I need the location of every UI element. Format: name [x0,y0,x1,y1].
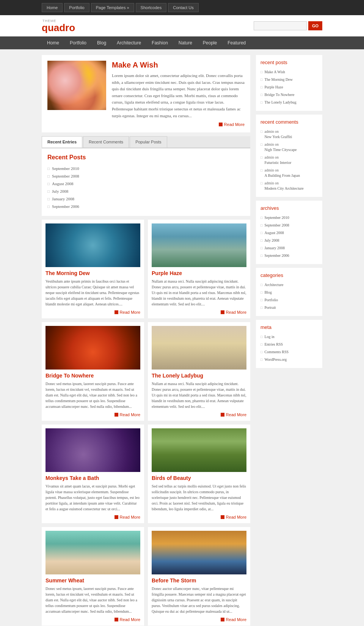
read-more-label: Read More [226,412,246,417]
comment-post-link[interactable]: Futuristic Interior [264,160,291,165]
list-item: The Morning Dew [260,76,318,83]
recent-post-link[interactable]: Make A Wish [264,69,285,75]
recent-post-link[interactable]: Purple Haze [264,85,283,90]
read-more-label: Read More [120,617,140,622]
list-item: admin on New York Graffiti [260,128,318,141]
read-more-icon [221,515,224,519]
list-item: August 2008 [47,180,245,187]
post-card: The Morning Dew Vestibulum ante ipsum pr… [42,220,144,318]
post-read-more[interactable]: Read More [152,515,246,519]
recent-posts-section: Recent Posts September 2010 September 20… [42,148,250,216]
flowers-image [47,61,106,110]
top-nav-shortcodes[interactable]: Shortcodes [136,3,167,12]
comment-post-link[interactable]: Modern City Architecture [264,186,303,190]
post-read-more[interactable]: Read More [46,310,140,315]
read-more-icon [221,310,224,314]
post-body: Nullam at massa orci. Nulla suscipit adi… [152,278,246,307]
category-link[interactable]: Portfolio [264,297,278,303]
list-item: January 2008 [47,195,245,203]
tab-recent-entries[interactable]: Recent Entries [42,136,82,148]
nav-home[interactable]: Home [42,36,64,49]
tab-popular-posts[interactable]: Popular Posts [130,136,167,148]
list-item: September 2008 [260,222,318,229]
post-read-more[interactable]: Read More [152,412,246,417]
list-item: Entries RSS [260,341,318,348]
meta-link[interactable]: Log in [264,334,274,340]
sidebar-categories-list: Architecture Blog Portfolio Portrait [260,281,318,311]
post-title: Bridge To Nowhere [46,373,140,379]
post-read-more[interactable]: Read More [46,412,140,417]
top-nav-home[interactable]: Home [42,3,63,12]
tab-recent-comments[interactable]: Recent Comments [83,136,129,148]
post-card: Birds of Beauty Sed sed tellus ac turpis… [148,425,250,523]
post-title: The Morning Dew [46,270,140,276]
recent-post-link[interactable]: The Morning Dew [264,77,292,82]
nav-fashion[interactable]: Fashion [146,36,173,49]
read-more-label: Read More [226,515,246,519]
list-item: September 2008 [47,172,245,180]
sidebar: recent posts Make A Wish The Morning Dew… [256,55,322,626]
sidebar-recent-posts-title: recent posts [260,60,318,65]
category-link[interactable]: Blog [264,290,271,295]
archive-link[interactable]: September 2006 [264,253,289,258]
read-more-icon [115,618,118,621]
comment-post-link[interactable]: A Building From Japan [264,173,300,178]
meta-link[interactable]: Comments RSS [264,349,289,355]
list-item: Purple Haze [260,83,318,91]
post-card: Bridge To Nowhere Donec sed metus ipsum,… [42,322,144,421]
read-more-icon [115,515,118,519]
meta-link[interactable]: Entries RSS [264,342,283,347]
read-more-label: Read More [120,515,140,519]
post-read-more[interactable]: Read More [46,617,140,622]
post-title: Summer Wheat [46,577,140,584]
read-more-icon [221,413,224,417]
search-button[interactable]: GO [308,21,322,30]
archive-link[interactable]: July 2008 [264,238,279,243]
nav-architecture[interactable]: Architecture [111,36,146,49]
recent-post-link[interactable]: The Lonely Ladybug [264,100,296,105]
sidebar-recent-comments: recent comments admin on New York Graffi… [256,115,322,197]
nav-people[interactable]: People [198,36,222,49]
post-body: Donec sed metus ipsum, laoreet suscipit … [46,381,140,409]
featured-read-more[interactable]: Read More [112,122,245,127]
archive-link[interactable]: August 2008 [264,230,284,236]
top-nav-page-templates[interactable]: Page Templates » [91,3,134,12]
nav-featured[interactable]: Featured [222,36,251,49]
read-more-icon [221,618,224,621]
list-item: September 2010 [47,165,245,172]
sidebar-categories: categories Architecture Blog Portfolio P… [256,268,322,316]
recent-posts-title: Recent Posts [47,154,245,161]
post-image [46,428,140,472]
post-read-more[interactable]: Read More [46,515,140,519]
top-nav-contact[interactable]: Contact Us [168,3,198,12]
list-item: The Lonely Ladybug [260,99,318,106]
post-grid: The Morning Dew Vestibulum ante ipsum pr… [42,220,250,626]
comment-author: admin on [264,129,292,134]
archive-link[interactable]: September 2010 [264,215,289,220]
list-item: September 2006 [47,203,245,210]
read-more-label: Read More [226,617,246,622]
archive-link[interactable]: September 2008 [264,223,289,228]
meta-link[interactable]: WordPress.org [264,357,287,362]
post-title: Birds of Beauty [152,475,246,481]
read-more-label: Read More [226,310,246,315]
post-title: Before The Storm [152,577,246,584]
category-link[interactable]: Architecture [264,282,283,288]
logo-red: ro [65,22,75,33]
comment-post-link[interactable]: Nigh Time Cityscape [264,148,297,152]
sidebar-archives-title: archives [260,205,318,211]
nav-nature[interactable]: Nature [173,36,198,49]
category-link[interactable]: Portrait [264,305,276,310]
search-input[interactable] [254,21,307,30]
main-navigation: Home Portfolio Blog Architecture Fashion… [0,36,364,49]
comment-post-link[interactable]: New York Graffiti [264,135,292,139]
post-read-more[interactable]: Read More [152,310,246,315]
post-read-more[interactable]: Read More [152,617,246,622]
archive-link[interactable]: January 2008 [264,245,285,251]
nav-blog[interactable]: Blog [92,36,111,49]
post-title: Purple Haze [152,270,246,276]
recent-post-link[interactable]: Bridge To Nowhere [264,92,294,98]
read-more-label: Read More [120,310,140,315]
top-nav-portfolio[interactable]: Portfolio [64,3,89,12]
nav-portfolio[interactable]: Portfolio [64,36,92,49]
